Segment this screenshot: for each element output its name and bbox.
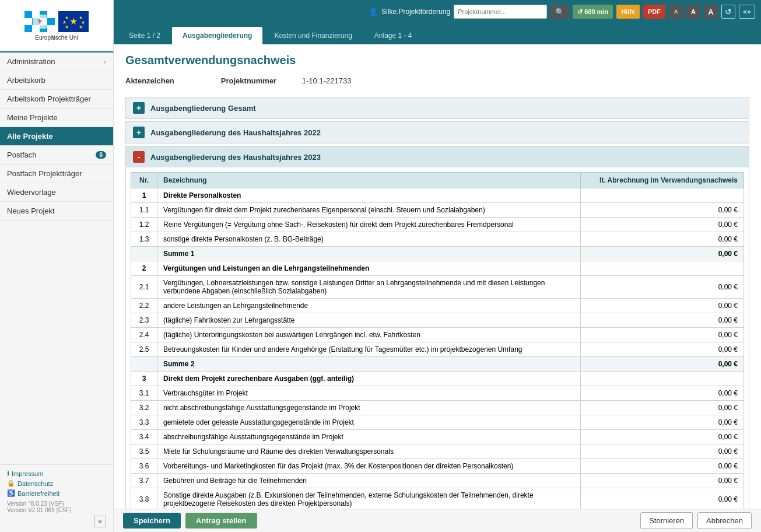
cell-bezeichnung: Vergütungen, Lohnersatzleistungen bzw. s…	[157, 276, 581, 299]
cell-value: 0,00 €	[581, 218, 744, 232]
search-button[interactable]: 🔍	[550, 5, 569, 19]
col-abrechnung: lt. Abrechnung im Verwendungsnachweis	[581, 173, 744, 188]
stornieren-button[interactable]: Stornieren	[640, 512, 693, 529]
cell-nr	[131, 247, 157, 261]
table-row: 1.1 Vergütungen für direkt dem Projekt z…	[131, 203, 744, 218]
cell-nr: 1.1	[131, 203, 157, 218]
col-bezeichnung: Bezeichnung	[157, 173, 581, 188]
tab-ausgabengliederung[interactable]: Ausgabengliederung	[172, 26, 262, 44]
accordion-toggle-2022[interactable]: +	[133, 127, 145, 138]
cell-nr: 3.5	[131, 444, 157, 459]
main-area: Seite 1 / 2 Ausgabengliederung Kosten un…	[114, 23, 761, 532]
abbrechen-button[interactable]: Abbrechen	[697, 512, 752, 529]
sidebar-item-postfach[interactable]: Postfach 6	[0, 146, 113, 164]
tabs-bar: Seite 1 / 2 Ausgabengliederung Kosten un…	[114, 23, 761, 44]
cell-value: 0,00 €	[581, 232, 744, 247]
datenschutz-link[interactable]: 🔒 Datenschutz	[7, 480, 106, 487]
barrierefreiheit-link[interactable]: ♿ Barrierefreiheit	[7, 489, 106, 497]
accordion-label-2023: Ausgabengliederung des Haushaltsjahres 2…	[150, 153, 321, 162]
table-row: 3.2 nicht abschreibungsfähige Ausstattun…	[131, 401, 744, 415]
accordion-header-2022[interactable]: + Ausgabengliederung des Haushaltsjahres…	[126, 122, 749, 143]
cell-bezeichnung: abschreibungsfähige Ausstattungsgegenstä…	[157, 430, 581, 444]
cell-value: 0,00 €	[581, 444, 744, 459]
table-container: Nr. Bezeichnung lt. Abrechnung im Verwen…	[126, 167, 749, 509]
antrag-button[interactable]: Antrag stellen	[185, 513, 257, 528]
accordion-toggle-gesamt[interactable]: +	[133, 102, 145, 114]
bottom-bar-left: Speichern Antrag stellen	[123, 513, 257, 528]
cell-value: 0,00 €	[581, 299, 744, 313]
tab-anlage[interactable]: Anlage 1 - 4	[364, 27, 423, 44]
cell-nr: 1.3	[131, 232, 157, 247]
table-row: Summe 2 0,00 €	[131, 357, 744, 372]
impressum-label: Impressum	[12, 470, 43, 477]
cell-value: 0,00 €	[581, 313, 744, 328]
cell-nr: 3.7	[131, 474, 157, 488]
cell-value	[581, 261, 744, 276]
cell-nr: 2.4	[131, 328, 157, 342]
sidebar-item-alle-projekte[interactable]: Alle Projekte	[0, 127, 113, 146]
sidebar-item-neues-projekt[interactable]: Neues Projekt	[0, 202, 113, 220]
cell-value: 0,00 €	[581, 342, 744, 357]
sidebar-footer: ℹ Impressum 🔒 Datenschutz ♿ Barrierefrei…	[0, 464, 113, 532]
timer-icon: ↺	[577, 8, 583, 15]
svg-text:⚜: ⚜	[37, 18, 43, 26]
logo-area: ⚜ ★ ★ ★ ★ ★ ★ ★ Europäische Uni	[0, 0, 114, 52]
accordion-toggle-2023[interactable]: -	[133, 151, 145, 163]
cell-value: 0,00 €	[581, 430, 744, 444]
sidebar-label-postfach-pt: Postfach Projektträger	[7, 169, 82, 178]
accordion-label-gesamt: Ausgabengliederung Gesamt	[150, 104, 256, 113]
font-small-button[interactable]: A	[669, 5, 683, 19]
cell-bezeichnung: Miete für Schulungsräume und Räume des d…	[157, 444, 581, 459]
svg-rect-5	[24, 18, 32, 25]
cell-nr: 2.1	[131, 276, 157, 299]
font-medium-button[interactable]: A	[686, 5, 700, 19]
table-row: 2.5 Betreuungskosten für Kinder und ande…	[131, 342, 744, 357]
meta-row: Aktenzeichen Projektnummer 1-10.1-221733	[125, 76, 749, 85]
cell-nr: 3.8	[131, 488, 157, 509]
cell-bezeichnung: Direkt dem Projekt zurechenbare Ausgaben…	[157, 372, 581, 386]
tab-kosten[interactable]: Kosten und Finanzierung	[264, 27, 362, 44]
sidebar-item-postfach-pt[interactable]: Postfach Projektträger	[0, 164, 113, 183]
font-large-button[interactable]: A	[704, 5, 718, 19]
cell-bezeichnung: Verbrauchsgüter im Projekt	[157, 386, 581, 401]
collapse-arrows-button[interactable]: «»	[739, 5, 755, 19]
sidebar-item-wiedervorlage[interactable]: Wiedervorlage	[0, 183, 113, 202]
accordion-header-gesamt[interactable]: + Ausgabengliederung Gesamt	[126, 97, 749, 118]
cell-bezeichnung: (tägliche) Fahrtkosten zur Lehrgangsstät…	[157, 313, 581, 328]
accordion-2022: + Ausgabengliederung des Haushaltsjahres…	[125, 121, 749, 144]
accordion-header-2023[interactable]: - Ausgabengliederung des Haushaltsjahres…	[126, 146, 749, 167]
cell-nr: 3.4	[131, 430, 157, 444]
aktenzeichen-label: Aktenzeichen	[125, 76, 174, 85]
cell-value: 0,00 €	[581, 459, 744, 474]
col-nr: Nr.	[131, 173, 157, 188]
accordion-2023: - Ausgabengliederung des Haushaltsjahres…	[125, 146, 749, 509]
logo-text: Europäische Uni	[35, 34, 78, 41]
tab-seite[interactable]: Seite 1 / 2	[118, 27, 171, 44]
cell-value: 0,00 €	[581, 474, 744, 488]
impressum-link[interactable]: ℹ Impressum	[7, 470, 106, 477]
sidebar-item-arbeitskorb[interactable]: Arbeitskorb	[0, 71, 113, 90]
sidebar-collapse-button[interactable]: «	[94, 516, 106, 527]
sidebar-item-meine-projekte[interactable]: Meine Projekte	[0, 108, 113, 127]
cell-nr: 1.2	[131, 218, 157, 232]
bottom-bar: Speichern Antrag stellen Stornieren Abbr…	[114, 509, 761, 532]
search-input[interactable]	[454, 5, 547, 19]
projektnummer-label: Projektnummer	[221, 76, 276, 85]
timer-button[interactable]: ↺ 600 min	[573, 5, 613, 19]
table-row: 2.1 Vergütungen, Lohnersatzleistungen bz…	[131, 276, 744, 299]
version2: Version V2.01.069 (ESF)	[7, 507, 106, 513]
refresh-button[interactable]: ↺	[721, 5, 735, 19]
timer-label: 600 min	[584, 8, 608, 15]
pdf-button[interactable]: PDF	[643, 5, 665, 19]
sidebar-item-arbeitskorb-pt[interactable]: Arbeitskorb Projektträger	[0, 90, 113, 108]
svg-rect-8	[47, 18, 55, 25]
cell-value: 0,00 €	[581, 401, 744, 415]
bavaria-flag: ⚜	[24, 11, 55, 32]
chevron-right-icon: ›	[104, 58, 106, 65]
cell-bezeichnung: Reine Vergütungen (= Vergütung ohne Sach…	[157, 218, 581, 232]
sidebar-item-administration[interactable]: Administration ›	[0, 52, 113, 71]
save-button[interactable]: Speichern	[123, 513, 181, 528]
content-area: Gesamtverwendungsnachweis Aktenzeichen P…	[114, 44, 761, 509]
sidebar-nav: Administration › Arbeitskorb Arbeitskorb…	[0, 52, 113, 220]
hilfe-button[interactable]: Hilfe	[616, 5, 640, 19]
